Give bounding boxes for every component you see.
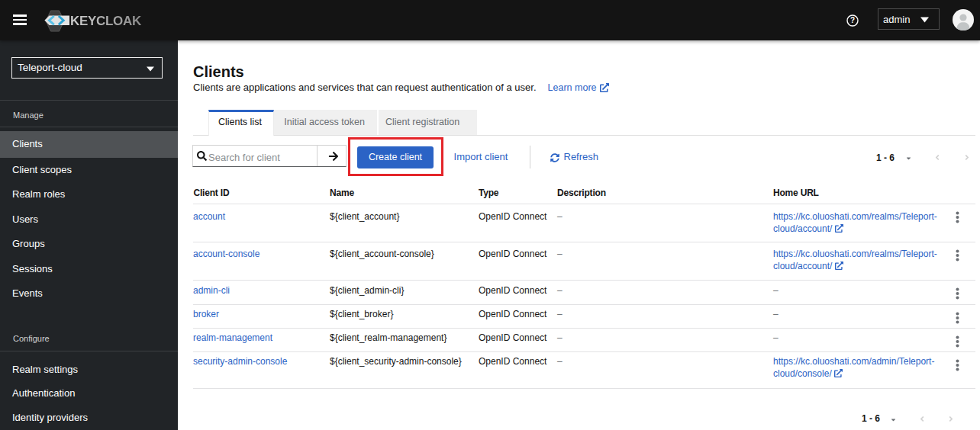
svg-text:?: ? bbox=[850, 16, 855, 24]
